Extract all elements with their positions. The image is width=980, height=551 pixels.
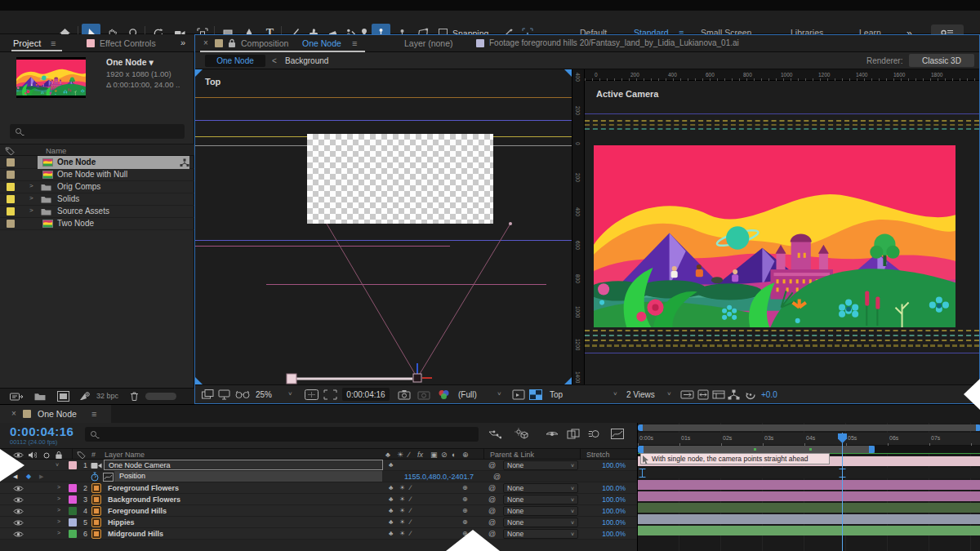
property-name-field[interactable]: Position — [114, 471, 382, 482]
timeline-navigator-bar[interactable] — [640, 424, 980, 431]
previous-keyframe-icon[interactable]: ◀ — [13, 473, 17, 480]
switch-icon[interactable]: ♣ — [389, 530, 393, 537]
region-of-interest-icon[interactable] — [323, 389, 337, 400]
project-row-orig-comps[interactable]: > Orig Comps — [0, 181, 194, 193]
layer-bar-foreground-flowers[interactable] — [638, 480, 980, 490]
trash-icon[interactable] — [129, 391, 140, 402]
comp-panel-menu-icon[interactable]: ≡ — [352, 38, 357, 48]
pickwhip-icon[interactable]: @ — [488, 518, 496, 527]
parent-dropdown[interactable]: None ˅ — [503, 529, 578, 539]
parent-dropdown[interactable]: None ˅ — [503, 483, 578, 493]
work-area-end-handle[interactable] — [869, 446, 875, 453]
resolution-value[interactable]: (Full) — [458, 390, 477, 399]
switch-icon[interactable]: ♣ — [389, 495, 393, 503]
label-chip[interactable] — [7, 171, 15, 179]
view-menu-value[interactable]: Top — [550, 390, 563, 399]
tab-effect-controls[interactable]: Effect Controls — [100, 38, 156, 48]
flowchart-icon[interactable] — [728, 389, 740, 400]
switch-icon[interactable]: ♣ — [389, 507, 393, 514]
expand-arrow-icon[interactable]: ˅ — [56, 462, 59, 468]
project-row-one-node[interactable]: One Node — [0, 156, 194, 169]
expand-arrow-icon[interactable]: > — [57, 484, 60, 490]
view-menu-caret-icon[interactable]: ˅ — [613, 390, 617, 398]
label-chip[interactable] — [69, 530, 77, 538]
stereo-glasses-icon[interactable] — [235, 390, 250, 399]
tab-composition-label[interactable]: Composition — [241, 38, 288, 48]
lock-icon[interactable] — [228, 38, 236, 48]
layer-bar-background-flowers[interactable] — [638, 491, 980, 501]
label-chip[interactable] — [69, 495, 77, 504]
switch-icon[interactable]: ☀ — [399, 495, 405, 503]
magnification-caret-icon[interactable]: ˅ — [288, 390, 292, 398]
safe-margins-icon[interactable] — [305, 389, 318, 400]
new-composition-icon[interactable] — [57, 391, 69, 402]
switch-icon[interactable]: ⊕ — [462, 484, 468, 491]
switch-icon[interactable]: ⊕ — [462, 518, 468, 526]
layer-row-foreground-hills[interactable]: > 4 Foreground Hills ♣ ☀ ∕ ⊕ @ None ˅ 10… — [0, 505, 637, 517]
pickwhip-icon[interactable]: @ — [488, 495, 496, 504]
tab-project[interactable]: Project — [13, 38, 41, 48]
switch-icon[interactable]: ∕ — [410, 495, 411, 503]
shy-layers-icon[interactable] — [546, 429, 559, 439]
parent-dropdown[interactable]: None ˅ — [503, 506, 578, 516]
label-chip[interactable] — [7, 158, 15, 167]
layer-bar-foreground-hills[interactable] — [638, 503, 980, 513]
exposure-value[interactable]: +0.0 — [761, 390, 777, 399]
layer-bar-hippies[interactable] — [638, 514, 980, 524]
switch-icon[interactable]: ⊕ — [462, 507, 468, 514]
project-preview-thumbnail[interactable] — [16, 57, 86, 98]
pickwhip-icon[interactable]: @ — [488, 484, 496, 492]
layer-bar-midground-hills[interactable] — [638, 526, 980, 535]
view-top[interactable]: Top — [195, 69, 572, 384]
snapshot-icon[interactable] — [398, 389, 411, 400]
switch-icon[interactable]: ☀ — [399, 530, 405, 537]
bpc-indicator[interactable]: 32 bpc — [96, 392, 118, 400]
switch-icon[interactable]: ∕ — [410, 530, 411, 537]
switch-icon[interactable]: ∕ — [410, 484, 411, 491]
eye-icon[interactable] — [13, 519, 24, 527]
label-chip[interactable] — [7, 183, 15, 191]
keyframe-icon[interactable] — [639, 469, 646, 478]
expand-arrow-icon[interactable]: > — [57, 507, 60, 513]
viewer-timecode-button[interactable]: 0:00:04:16 — [342, 388, 390, 401]
switch-icon[interactable]: ∕ — [410, 518, 411, 526]
label-chip[interactable] — [7, 195, 15, 203]
draft-3d-icon[interactable] — [514, 428, 528, 440]
playhead-line[interactable] — [842, 433, 843, 551]
breadcrumb-parent[interactable]: Background — [285, 56, 328, 65]
stopwatch-icon[interactable] — [90, 472, 100, 482]
layer-row-hippies[interactable]: > 5 Hippies ♣ ☀ ∕ ⊕ @ None ˅ 100.0% — [0, 517, 637, 528]
eye-icon[interactable] — [13, 485, 24, 492]
view-layout-value[interactable]: 2 Views — [626, 390, 655, 399]
project-row-solids[interactable]: > Solids — [0, 193, 194, 206]
parent-dropdown[interactable]: None ˅ — [503, 460, 578, 470]
project-row-source-assets[interactable]: > Source Assets — [0, 206, 194, 218]
project-search-input[interactable] — [10, 124, 185, 139]
position-value[interactable]: 1155.0,480.0,-2401.7 — [359, 473, 474, 481]
eye-icon[interactable] — [13, 531, 24, 538]
label-chip[interactable] — [69, 518, 77, 527]
layer-row-midground-hills[interactable]: > 6 Midground Hills ♣ ☀ ∕ ⊕ @ None ˅ 100… — [0, 528, 637, 540]
eye-icon[interactable] — [13, 508, 24, 515]
work-area-bar[interactable] — [640, 446, 875, 453]
time-ruler[interactable]: 0:00s 01s 02s 03s 04s 05s 06s 07s — [638, 433, 980, 446]
share-view-icon[interactable] — [680, 390, 694, 399]
timeline-search-input[interactable] — [85, 427, 479, 442]
project-row-two-node[interactable]: Two Node — [0, 218, 194, 230]
view-active-camera[interactable]: Active Camera — [585, 81, 979, 384]
timeline-tab-active[interactable]: × One Node ≡ — [0, 405, 111, 423]
label-chip[interactable] — [7, 207, 15, 216]
project-tabs-overflow-icon[interactable]: » — [180, 38, 185, 47]
navigator-end-handle[interactable] — [976, 424, 980, 431]
resolution-caret-icon[interactable]: ˅ — [497, 390, 501, 398]
pickwhip-icon[interactable]: @ — [488, 507, 496, 515]
scrollbar-thumb[interactable] — [145, 393, 176, 400]
tab-footage[interactable]: Footage foreground hills 20/Fantasy_land… — [489, 38, 739, 47]
work-area-start-handle[interactable] — [638, 446, 644, 453]
fast-previews-icon[interactable] — [512, 389, 525, 400]
composition-mini-flowchart-icon[interactable] — [488, 429, 501, 440]
keyframe-toggle-icon[interactable]: ◆ — [26, 473, 31, 480]
label-chip[interactable] — [69, 461, 77, 469]
switch-icon[interactable]: ☀ — [399, 507, 405, 514]
stretch-value[interactable]: 100.0% — [583, 484, 626, 492]
